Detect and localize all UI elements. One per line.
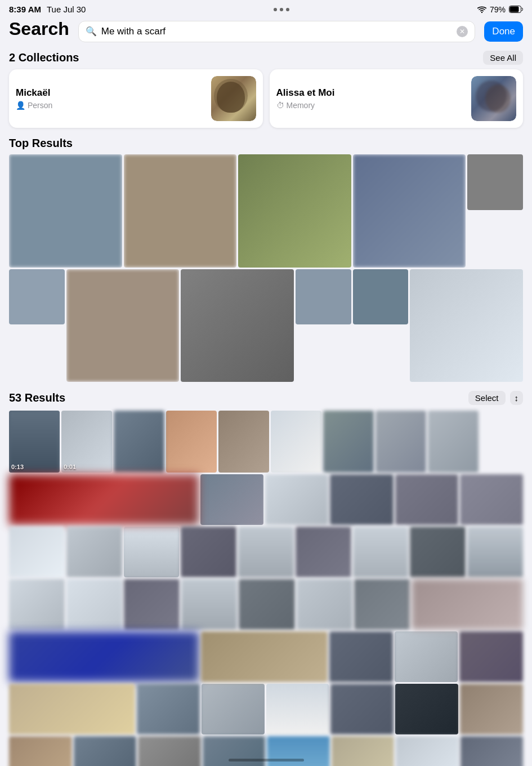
result-photo-33[interactable] xyxy=(395,631,458,682)
result-photo-sunglasses-1[interactable] xyxy=(396,736,459,766)
result-photo-6[interactable] xyxy=(271,411,321,473)
collection-thumb-mickael xyxy=(211,76,256,121)
main-content: 2 Collections See All Mickaël 👤 Person xyxy=(0,51,532,766)
result-photo-17[interactable] xyxy=(124,527,180,577)
result-photo-38[interactable] xyxy=(266,684,329,734)
result-photo-12[interactable] xyxy=(330,474,393,525)
top-photo-4[interactable] xyxy=(353,154,466,268)
result-photo-13[interactable] xyxy=(395,474,458,525)
results-header: 53 Results Select ↕ xyxy=(9,391,523,405)
top-photo-5[interactable] xyxy=(467,154,523,210)
result-photo-18[interactable] xyxy=(181,527,236,577)
result-photo-42[interactable] xyxy=(9,736,72,766)
result-blurred-wide-2[interactable] xyxy=(9,631,199,682)
search-icon: 🔍 xyxy=(86,26,97,37)
result-photo-23[interactable] xyxy=(467,527,523,577)
result-photo-25[interactable] xyxy=(66,579,122,630)
result-photo-47[interactable] xyxy=(332,736,395,766)
top-results-grid xyxy=(9,154,523,382)
top-photo-10[interactable] xyxy=(353,269,409,325)
result-photo-41[interactable] xyxy=(460,684,523,734)
collection-type-alissa: ⏱ Memory xyxy=(276,101,467,110)
result-photo-5[interactable] xyxy=(218,411,269,473)
result-photo-35[interactable] xyxy=(9,684,135,734)
top-photo-2[interactable] xyxy=(124,154,237,268)
result-photo-28[interactable] xyxy=(239,579,294,630)
result-photo-32[interactable] xyxy=(329,631,393,682)
results-row-5 xyxy=(9,631,523,682)
collection-card-mickael[interactable]: Mickaël 👤 Person xyxy=(9,69,263,128)
top-photo-1[interactable] xyxy=(9,154,122,268)
result-photo-34[interactable] xyxy=(459,631,523,682)
result-photo-45[interactable] xyxy=(203,736,266,766)
svg-rect-2 xyxy=(510,7,519,12)
collections-row: Mickaël 👤 Person Alissa et Moi ⏱ xyxy=(9,69,523,128)
results-row-3 xyxy=(9,527,523,577)
top-results-title: Top Results xyxy=(9,137,73,150)
select-button[interactable]: Select xyxy=(468,391,506,405)
status-right: 79% xyxy=(477,5,523,14)
result-blurred-right[interactable] xyxy=(412,579,523,630)
collection-thumb-alissa xyxy=(471,76,516,121)
results-row-4 xyxy=(9,579,523,630)
result-photo-2[interactable]: 0:01 xyxy=(61,411,112,473)
result-photo-21[interactable] xyxy=(353,527,409,577)
result-photo-14[interactable] xyxy=(460,474,523,525)
search-bar[interactable]: 🔍 Me with a scarf ✕ xyxy=(78,21,476,42)
result-photo-15[interactable] xyxy=(9,527,65,577)
battery-icon xyxy=(509,6,523,13)
result-photo-19[interactable] xyxy=(238,527,294,577)
top-photo-7[interactable] xyxy=(66,269,180,382)
result-photo-29[interactable] xyxy=(297,579,352,630)
result-photo-37[interactable] xyxy=(202,684,265,734)
result-photo-31[interactable] xyxy=(201,631,328,682)
result-photo-24[interactable] xyxy=(9,579,65,630)
wifi-icon xyxy=(477,6,486,13)
top-photo-8[interactable] xyxy=(181,269,294,382)
collection-card-alissa[interactable]: Alissa et Moi ⏱ Memory xyxy=(270,69,524,128)
result-photo-44[interactable] xyxy=(138,736,201,766)
result-photo-8[interactable] xyxy=(375,411,426,473)
top-photo-9[interactable] xyxy=(296,269,351,325)
page-title: Search xyxy=(9,19,69,39)
search-clear-button[interactable]: ✕ xyxy=(457,26,468,37)
done-button[interactable]: Done xyxy=(484,21,523,42)
result-photo-46[interactable] xyxy=(267,736,330,766)
result-photo-10[interactable] xyxy=(200,474,263,525)
result-photo-26[interactable] xyxy=(124,579,180,630)
result-photo-1[interactable]: 0:13 xyxy=(9,411,60,473)
result-photo-9[interactable] xyxy=(428,411,479,473)
results-count: 53 Results xyxy=(9,391,65,404)
result-blurred-wide[interactable] xyxy=(9,474,199,525)
result-photo-22[interactable] xyxy=(410,527,466,577)
result-photo-40[interactable] xyxy=(395,684,458,734)
result-photo-20[interactable] xyxy=(296,527,351,577)
collection-type-mickael: 👤 Person xyxy=(16,101,207,110)
result-photo-11[interactable] xyxy=(265,474,328,525)
result-photo-3[interactable] xyxy=(114,411,164,473)
result-photo-36[interactable] xyxy=(137,684,200,734)
collections-title: 2 Collections xyxy=(9,51,79,64)
result-photo-43[interactable] xyxy=(74,736,137,766)
result-photo-16[interactable] xyxy=(66,527,122,577)
result-photo-sunglasses-2[interactable] xyxy=(461,736,524,766)
result-photo-39[interactable] xyxy=(330,684,394,734)
top-photo-11[interactable] xyxy=(410,269,523,382)
top-photo-6[interactable] xyxy=(9,269,65,325)
sort-button[interactable]: ↕ xyxy=(510,391,524,405)
see-all-button[interactable]: See All xyxy=(483,51,523,65)
top-photo-3[interactable] xyxy=(238,154,351,268)
result-photo-7[interactable] xyxy=(323,411,374,473)
collection-name-alissa: Alissa et Moi xyxy=(276,87,467,99)
home-indicator xyxy=(229,759,304,761)
result-photo-30[interactable] xyxy=(354,579,410,630)
search-text[interactable]: Me with a scarf xyxy=(101,26,453,37)
result-photo-4[interactable] xyxy=(166,411,217,473)
results-row-7 xyxy=(9,736,523,766)
svg-point-0 xyxy=(481,11,482,12)
collection-info-mickael: Mickaël 👤 Person xyxy=(16,87,207,110)
result-photo-27[interactable] xyxy=(181,579,237,630)
battery-percent: 79% xyxy=(490,5,506,14)
status-bar: 8:39 AM Tue Jul 30 79% xyxy=(0,0,532,16)
status-date: Tue Jul 30 xyxy=(47,5,86,14)
